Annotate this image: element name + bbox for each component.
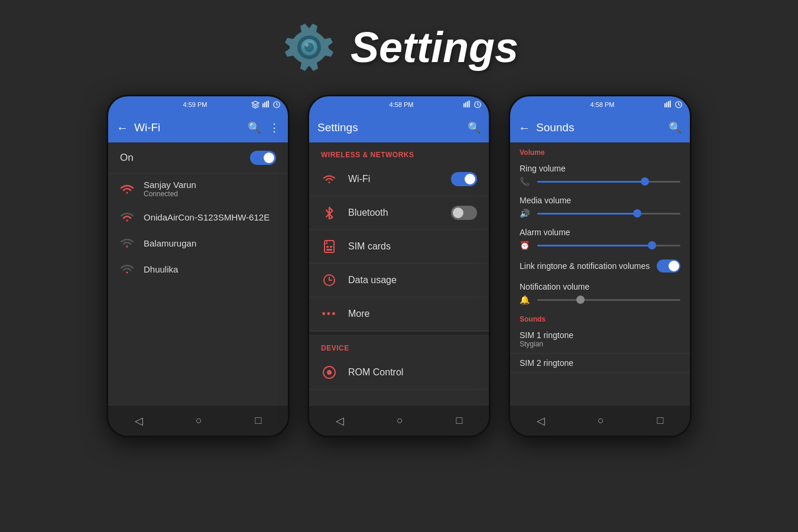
ring-volume-icon: 📞 bbox=[520, 177, 533, 186]
status-time-sounds: 4:58 PM bbox=[541, 101, 664, 108]
ring-volume-item: Ring volume 📞 bbox=[510, 159, 690, 191]
appbar-settings: Settings 🔍 bbox=[309, 113, 489, 142]
bottom-nav-settings: ◁ ○ □ bbox=[309, 405, 489, 436]
phones-container: 4:59 PM ← Wi-Fi 🔍 ⋮ On bbox=[0, 95, 798, 437]
settings-item-data[interactable]: Data usage bbox=[309, 264, 489, 297]
wifi-name-4: Dhuulika bbox=[144, 264, 178, 274]
appbar-icons-wifi: 🔍 ⋮ bbox=[248, 121, 280, 134]
sim2-ringtone-item[interactable]: SIM 2 ringtone bbox=[510, 353, 690, 373]
volume-section-header: Volume bbox=[510, 142, 690, 159]
notification-volume-label: Notification volume bbox=[520, 282, 680, 291]
wifi-network-2[interactable]: OnidaAirCon-S123SMHW-612E bbox=[108, 204, 288, 230]
alarm-volume-slider[interactable] bbox=[537, 245, 680, 246]
recents-nav-sounds[interactable]: □ bbox=[657, 414, 663, 427]
ring-volume-slider[interactable] bbox=[537, 181, 680, 183]
phone-sounds: 4:58 PM ← Sounds 🔍 Volume Ring volume 📞 bbox=[508, 95, 692, 437]
phone-wifi: 4:59 PM ← Wi-Fi 🔍 ⋮ On bbox=[106, 95, 290, 437]
media-volume-slider[interactable] bbox=[537, 213, 680, 215]
ring-volume-label: Ring volume bbox=[520, 164, 680, 173]
bottom-nav-sounds: ◁ ○ □ bbox=[510, 405, 690, 436]
alarm-volume-label: Alarm volume bbox=[520, 228, 680, 237]
status-bar-wifi: 4:59 PM bbox=[108, 96, 288, 113]
settings-item-sim[interactable]: SIM cards bbox=[309, 230, 489, 264]
recents-nav-settings[interactable]: □ bbox=[456, 414, 462, 427]
notification-volume-icon: 🔔 bbox=[520, 295, 533, 304]
sounds-content: Volume Ring volume 📞 Media volume 🔊 bbox=[510, 142, 690, 405]
settings-label-rom: ROM Control bbox=[348, 367, 477, 378]
search-icon-sounds[interactable]: 🔍 bbox=[669, 121, 682, 134]
back-nav-sounds[interactable]: ◁ bbox=[537, 414, 545, 427]
svg-rect-21 bbox=[664, 103, 666, 108]
wifi-icon-settings bbox=[321, 171, 338, 187]
settings-item-bluetooth[interactable]: Bluetooth bbox=[309, 196, 489, 230]
link-ringtone-row[interactable]: Link ringtone & notification volumes bbox=[510, 255, 690, 277]
wireless-section-header: WIRELESS & NETWORKS bbox=[309, 142, 489, 163]
svg-rect-24 bbox=[670, 100, 671, 108]
wifi-network-3[interactable]: Balamurugan bbox=[108, 230, 288, 256]
page-header: Settings bbox=[280, 18, 518, 77]
svg-point-20 bbox=[327, 370, 332, 375]
back-button-sounds[interactable]: ← bbox=[518, 121, 530, 135]
wifi-signal-icon-1 bbox=[120, 182, 134, 196]
data-icon bbox=[321, 272, 338, 288]
more-icon-wifi[interactable]: ⋮ bbox=[269, 121, 280, 134]
settings-item-rom[interactable]: ROM Control bbox=[309, 356, 489, 390]
status-bar-settings: 4:58 PM bbox=[309, 96, 489, 113]
phone-settings: 4:58 PM Settings 🔍 WIRELESS & NETWORKS bbox=[307, 95, 491, 437]
sim1-ringtone-value: Stygian bbox=[520, 340, 680, 348]
ring-volume-row: 📞 bbox=[520, 177, 680, 186]
search-icon-settings[interactable]: 🔍 bbox=[468, 121, 481, 134]
svg-rect-5 bbox=[264, 102, 265, 108]
wifi-signal-icon-4 bbox=[120, 262, 134, 276]
status-icons-settings bbox=[463, 100, 482, 109]
wifi-info-1: Sanjay Varun Connected bbox=[144, 180, 196, 198]
recents-nav-wifi[interactable]: □ bbox=[255, 414, 261, 427]
wifi-toggle-row[interactable]: On bbox=[108, 142, 288, 174]
sim1-ringtone-label: SIM 1 ringtone bbox=[520, 330, 680, 340]
settings-label-more: More bbox=[348, 309, 477, 319]
wifi-on-label: On bbox=[120, 152, 134, 164]
settings-label-data: Data usage bbox=[348, 275, 477, 286]
svg-rect-12 bbox=[469, 100, 470, 108]
wifi-name-2: OnidaAirCon-S123SMHW-612E bbox=[144, 212, 270, 222]
wifi-signal-icon-3 bbox=[120, 236, 134, 250]
wifi-network-1[interactable]: Sanjay Varun Connected bbox=[108, 174, 288, 204]
status-icons-wifi bbox=[251, 100, 281, 109]
alarm-volume-icon: ⏰ bbox=[520, 241, 533, 250]
search-icon-wifi[interactable]: 🔍 bbox=[248, 121, 261, 134]
svg-rect-6 bbox=[266, 101, 267, 108]
sim2-ringtone-label: SIM 2 ringtone bbox=[520, 358, 680, 368]
wifi-network-4[interactable]: Dhuulika bbox=[108, 256, 288, 282]
wifi-name-1: Sanjay Varun bbox=[144, 180, 196, 190]
home-nav-sounds[interactable]: ○ bbox=[598, 414, 604, 427]
page-title: Settings bbox=[351, 23, 518, 72]
notification-volume-row: 🔔 bbox=[520, 295, 680, 304]
back-nav-wifi[interactable]: ◁ bbox=[135, 414, 143, 427]
home-nav-settings[interactable]: ○ bbox=[397, 414, 403, 427]
wifi-name-3: Balamurugan bbox=[144, 238, 196, 248]
notification-volume-item: Notification volume 🔔 bbox=[510, 277, 690, 309]
bottom-nav-wifi: ◁ ○ □ bbox=[108, 405, 288, 436]
settings-toggle-wifi[interactable] bbox=[451, 172, 477, 186]
settings-toggle-bluetooth[interactable] bbox=[451, 206, 477, 220]
back-button-wifi[interactable]: ← bbox=[116, 121, 128, 135]
svg-rect-11 bbox=[467, 101, 468, 108]
alarm-volume-item: Alarm volume ⏰ bbox=[510, 223, 690, 255]
wifi-info-3: Balamurugan bbox=[144, 238, 196, 248]
wifi-toggle[interactable] bbox=[250, 151, 276, 165]
media-volume-label: Media volume bbox=[520, 196, 680, 205]
media-volume-row: 🔊 bbox=[520, 209, 680, 218]
back-nav-settings[interactable]: ◁ bbox=[336, 414, 344, 427]
svg-rect-7 bbox=[268, 100, 269, 108]
media-volume-icon: 🔊 bbox=[520, 209, 533, 218]
svg-rect-17 bbox=[326, 249, 332, 251]
settings-item-wifi[interactable]: Wi-Fi bbox=[309, 163, 489, 196]
status-time-wifi: 4:59 PM bbox=[139, 101, 251, 108]
sim1-ringtone-item[interactable]: SIM 1 ringtone Stygian bbox=[510, 326, 690, 353]
link-ringtone-toggle[interactable] bbox=[657, 259, 680, 273]
appbar-icons-sounds: 🔍 bbox=[669, 121, 682, 134]
settings-label-sim: SIM cards bbox=[348, 241, 477, 252]
home-nav-wifi[interactable]: ○ bbox=[196, 414, 202, 427]
notification-volume-slider[interactable] bbox=[537, 299, 680, 301]
settings-item-more[interactable]: ••• More bbox=[309, 297, 489, 331]
